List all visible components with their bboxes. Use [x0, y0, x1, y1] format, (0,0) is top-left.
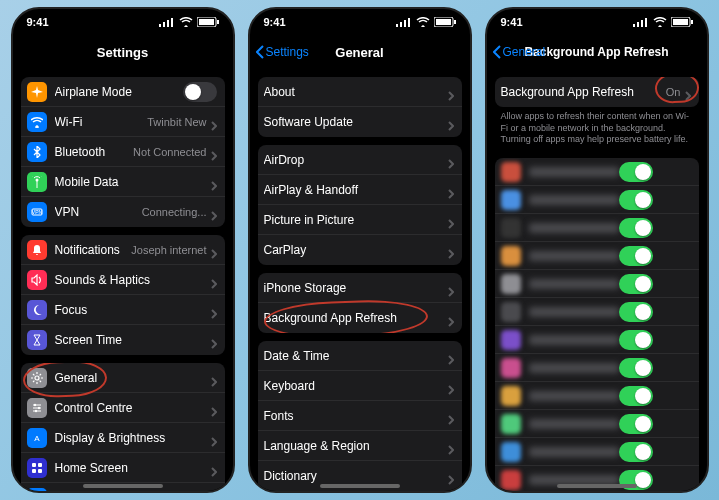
app-row-blurred[interactable] — [495, 298, 699, 326]
battery-icon — [671, 17, 693, 27]
row-software-update[interactable]: Software Update — [258, 107, 462, 137]
settings-group: AboutSoftware Update — [258, 77, 462, 137]
app-toggle[interactable] — [619, 302, 653, 322]
app-label-blurred — [529, 363, 619, 373]
row-mobile-data[interactable]: Mobile Data — [21, 167, 225, 197]
accessibility-icon — [27, 488, 47, 492]
bell-icon — [27, 240, 47, 260]
row-label: Notifications — [55, 243, 132, 257]
app-icon-blurred — [501, 274, 521, 294]
chevron-right-icon — [211, 117, 217, 127]
app-row-blurred[interactable] — [495, 186, 699, 214]
app-toggle[interactable] — [619, 330, 653, 350]
app-toggle[interactable] — [619, 442, 653, 462]
row-label: About — [264, 85, 448, 99]
settings-group: AirDropAirPlay & HandoffPicture in Pictu… — [258, 145, 462, 265]
row-focus[interactable]: Focus — [21, 295, 225, 325]
row-language-region[interactable]: Language & Region — [258, 431, 462, 461]
row-label: Mobile Data — [55, 175, 211, 189]
app-label-blurred — [529, 391, 619, 401]
row-home-screen[interactable]: Home Screen — [21, 453, 225, 483]
app-toggle[interactable] — [619, 162, 653, 182]
app-row-blurred[interactable] — [495, 326, 699, 354]
app-toggle[interactable] — [619, 386, 653, 406]
back-chevron-icon — [256, 45, 264, 59]
row-control-centre[interactable]: Control Centre — [21, 393, 225, 423]
bar-list[interactable]: Background App RefreshOnAllow apps to re… — [487, 69, 707, 491]
chevron-right-icon — [448, 215, 454, 225]
app-row-blurred[interactable] — [495, 242, 699, 270]
row-bluetooth[interactable]: BluetoothNot Connected — [21, 137, 225, 167]
row-label: Wi-Fi — [55, 115, 148, 129]
nav-title: Background App Refresh — [524, 45, 668, 59]
moon-icon — [27, 300, 47, 320]
app-row-blurred[interactable] — [495, 214, 699, 242]
chevron-right-icon — [448, 441, 454, 451]
row-about[interactable]: About — [258, 77, 462, 107]
row-airdrop[interactable]: AirDrop — [258, 145, 462, 175]
app-row-blurred[interactable] — [495, 382, 699, 410]
row-label: Display & Brightness — [55, 431, 211, 445]
wifi-status-icon — [416, 17, 430, 27]
app-toggle[interactable] — [619, 190, 653, 210]
row-screen-time[interactable]: Screen Time — [21, 325, 225, 355]
row-label: General — [55, 371, 211, 385]
chevron-right-icon — [448, 245, 454, 255]
app-toggle[interactable] — [619, 274, 653, 294]
app-toggle[interactable] — [619, 218, 653, 238]
chevron-right-icon — [448, 185, 454, 195]
row-notifications[interactable]: NotificationsJoseph internet — [21, 235, 225, 265]
row-bar-master[interactable]: Background App RefreshOn — [495, 77, 699, 107]
app-row-blurred[interactable] — [495, 158, 699, 186]
row-background-app-refresh[interactable]: Background App Refresh — [258, 303, 462, 333]
row-keyboard[interactable]: Keyboard — [258, 371, 462, 401]
phone-settings: 9:41 Settings Airplane ModeWi-FiTwinbit … — [11, 7, 235, 493]
back-label: Settings — [266, 45, 309, 59]
app-icon-blurred — [501, 470, 521, 490]
back-button[interactable]: General — [493, 45, 546, 59]
row-label: Screen Time — [55, 333, 211, 347]
chevron-right-icon — [448, 351, 454, 361]
chevron-right-icon — [211, 403, 217, 413]
app-toggle[interactable] — [619, 246, 653, 266]
app-row-blurred[interactable] — [495, 438, 699, 466]
sliders-icon — [27, 398, 47, 418]
phone-bar: 9:41 General Background App Refresh Back… — [485, 7, 709, 493]
app-label-blurred — [529, 307, 619, 317]
row-picture-in-picture[interactable]: Picture in Picture — [258, 205, 462, 235]
row-iphone-storage[interactable]: iPhone Storage — [258, 273, 462, 303]
row-sounds-haptics[interactable]: Sounds & Haptics — [21, 265, 225, 295]
toggle-airplane-mode[interactable] — [183, 82, 217, 102]
row-label: AirPlay & Handoff — [264, 183, 448, 197]
phone-general: 9:41 Settings General AboutSoftware Upda… — [248, 7, 472, 493]
home-indicator[interactable] — [320, 484, 400, 488]
home-indicator[interactable] — [557, 484, 637, 488]
row-date-time[interactable]: Date & Time — [258, 341, 462, 371]
chevron-right-icon — [211, 275, 217, 285]
row-airplay-handoff[interactable]: AirPlay & Handoff — [258, 175, 462, 205]
settings-list[interactable]: Airplane ModeWi-FiTwinbit NewBluetoothNo… — [13, 69, 233, 491]
app-toggle[interactable] — [619, 414, 653, 434]
back-button[interactable]: Settings — [256, 45, 309, 59]
row-fonts[interactable]: Fonts — [258, 401, 462, 431]
row-airplane-mode[interactable]: Airplane Mode — [21, 77, 225, 107]
airplane-icon — [27, 82, 47, 102]
status-icons — [633, 17, 693, 27]
row-vpn[interactable]: VPNConnecting... — [21, 197, 225, 227]
row-general[interactable]: General — [21, 363, 225, 393]
chevron-right-icon — [448, 283, 454, 293]
row-display-brightness[interactable]: Display & Brightness — [21, 423, 225, 453]
hint-text: Allow apps to refresh their content when… — [487, 107, 707, 150]
app-toggle[interactable] — [619, 358, 653, 378]
chevron-right-icon — [448, 471, 454, 481]
app-row-blurred[interactable] — [495, 270, 699, 298]
app-icon-blurred — [501, 330, 521, 350]
app-row-blurred[interactable] — [495, 410, 699, 438]
app-icon-blurred — [501, 442, 521, 462]
row-label: Control Centre — [55, 401, 211, 415]
general-list[interactable]: AboutSoftware UpdateAirDropAirPlay & Han… — [250, 69, 470, 491]
row-wifi[interactable]: Wi-FiTwinbit New — [21, 107, 225, 137]
app-row-blurred[interactable] — [495, 354, 699, 382]
row-carplay[interactable]: CarPlay — [258, 235, 462, 265]
home-indicator[interactable] — [83, 484, 163, 488]
